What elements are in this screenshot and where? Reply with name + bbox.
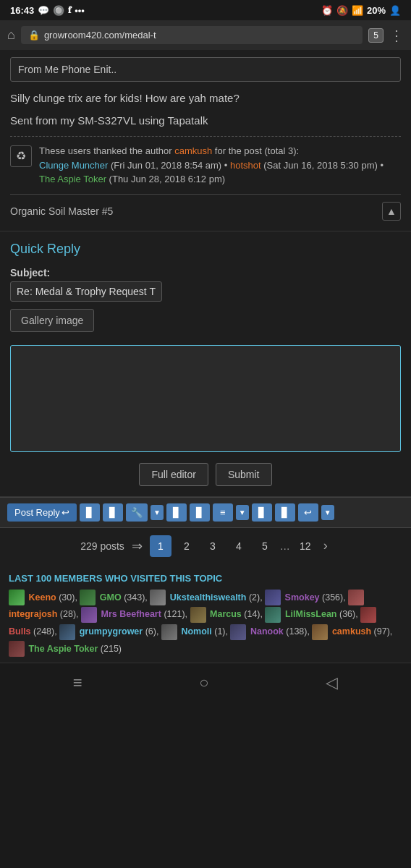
member-count: (356), (322, 592, 348, 603)
page-btn-12[interactable]: 12 (295, 535, 316, 557)
toolbar-btn-1[interactable]: ▊ (80, 503, 100, 522)
member-name[interactable]: Keeno (28, 592, 56, 603)
pagination-row: 229 posts ⇒ 1 2 3 4 5 … 12 › (0, 528, 411, 564)
thanks-user2[interactable]: hotshot (230, 160, 261, 171)
toolbar-wrench[interactable]: 🔧 (126, 503, 148, 522)
toolbar-btn-4[interactable]: ▊ (190, 503, 210, 522)
member-name[interactable]: LilMissLean (285, 609, 337, 619)
dashed-divider (10, 136, 401, 137)
status-right: ⏰ 🔕 📶 20% 👤 (321, 5, 401, 16)
gallery-row: Gallery image (10, 309, 401, 338)
avatar (161, 624, 177, 640)
page-btn-1[interactable]: 1 (150, 535, 171, 557)
avatar (265, 607, 281, 623)
member-name[interactable]: camkush (332, 626, 371, 637)
status-bar: 16:43 💬 🔘 𝐟 ••• ⏰ 🔕 📶 20% 👤 (0, 0, 411, 20)
member-count: (2), (249, 592, 265, 603)
member-name[interactable]: grumpygrower (80, 626, 143, 637)
browser-menu-icon[interactable]: ⋮ (389, 27, 404, 44)
toolbar-undo[interactable]: ↩ (298, 503, 318, 522)
member-count: (248), (33, 626, 59, 637)
thanks-user2-date: (Sat Jun 16, 2018 5:30 pm) • (263, 160, 384, 171)
thanks-suffix: for the post (total 3): (215, 145, 299, 156)
home-icon[interactable]: ⌂ (7, 27, 15, 43)
avatar (80, 590, 96, 605)
avatar (265, 590, 281, 605)
list-item: Nomoli (1), (161, 626, 231, 637)
members-title: Last 100 members who visited this topic (9, 573, 402, 584)
page-next-icon[interactable]: › (321, 537, 331, 555)
page-btn-4[interactable]: 4 (228, 535, 250, 557)
members-section: Last 100 members who visited this topic … (0, 564, 411, 663)
member-name[interactable]: Mrs Beefheart (101, 609, 161, 619)
thanks-user1-date: (Fri Jun 01, 2018 8:54 am) • (111, 160, 227, 171)
nav-back-icon[interactable]: ≡ (73, 673, 82, 692)
textarea-row (10, 345, 401, 454)
toolbar-btn-5[interactable]: ▊ (252, 503, 272, 522)
member-name[interactable]: Bulls (9, 626, 31, 637)
gallery-image-button[interactable]: Gallery image (10, 309, 94, 332)
quick-reply-section: Quick Reply Subject: Gallery image Full … (0, 231, 411, 497)
quoted-text: From Me Phone Enit.. (10, 57, 401, 82)
browser-bar: ⌂ 🔒 growroom420.com/medal-t 5 ⋮ (0, 20, 411, 50)
thanks-user3-date: (Thu Jun 28, 2018 6:12 pm) (109, 174, 225, 184)
more-icon: ••• (75, 5, 85, 16)
recycle-icon: ♻ (10, 145, 32, 167)
members-list: Keeno (30), GMO (343), Ukstealthiswealth… (9, 590, 402, 658)
status-left: 16:43 💬 🔘 𝐟 ••• (10, 4, 85, 16)
post-body-line2: Sent from my SM-S327VL using Tapatalk (10, 113, 401, 129)
scroll-top-button[interactable]: ▲ (382, 202, 401, 221)
list-item: Nanook (138), (230, 626, 312, 637)
member-name[interactable]: GMO (100, 592, 122, 603)
avatar (190, 607, 206, 623)
member-count: (343), (124, 592, 150, 603)
member-name[interactable]: Smokey (285, 592, 320, 603)
member-name[interactable]: Nomoli (181, 626, 211, 637)
page-ellipsis: … (280, 540, 290, 552)
thanks-prefix: These users thanked the author (39, 145, 172, 156)
page-nav-forward-icon[interactable]: ⇒ (129, 537, 145, 556)
thanks-user3[interactable]: The Aspie Toker (39, 174, 106, 184)
page-btn-3[interactable]: 3 (202, 535, 224, 557)
reply-textarea[interactable] (10, 345, 401, 452)
thanks-author[interactable]: camkush (174, 145, 212, 156)
form-actions: Full editor Submit (10, 463, 401, 486)
member-name[interactable]: Nanook (250, 626, 284, 637)
post-reply-label: Post Reply (14, 507, 60, 518)
subject-input[interactable] (10, 281, 162, 302)
thanks-user1[interactable]: Clunge Muncher (39, 160, 108, 171)
url-box[interactable]: 🔒 growroom420.com/medal-t (21, 26, 363, 44)
member-count: (215) (101, 644, 122, 654)
nav-home-icon[interactable]: ○ (199, 673, 208, 692)
posts-count: 229 posts (80, 540, 124, 552)
toolbar-caret-3[interactable]: ▼ (321, 505, 334, 520)
member-count: (6), (145, 626, 161, 637)
member-name[interactable]: integrajosh (9, 609, 57, 619)
member-name[interactable]: The Aspie Toker (28, 644, 98, 654)
bottom-nav-bar: ≡ ○ ◁ (0, 663, 411, 702)
submit-button[interactable]: Submit (216, 463, 272, 486)
page-btn-5[interactable]: 5 (254, 535, 276, 557)
page-btn-2[interactable]: 2 (176, 535, 198, 557)
post-reply-button[interactable]: Post Reply ↩ (7, 503, 77, 522)
thanks-row: ♻ These users thanked the author camkush… (10, 144, 401, 187)
post-reply-toolbar: Post Reply ↩ ▊ ▊ 🔧 ▼ ▊ ▊ ≡ ▼ ▊ ▊ ↩ ▼ (0, 497, 411, 528)
toolbar-caret-2[interactable]: ▼ (236, 505, 249, 520)
toolbar-btn-6[interactable]: ▊ (275, 503, 295, 522)
member-name[interactable]: Ukstealthiswealth (170, 592, 247, 603)
toolbar-list[interactable]: ≡ (213, 503, 233, 522)
facebook-icon: 𝐟 (68, 4, 71, 16)
toolbar-btn-2[interactable]: ▊ (103, 503, 123, 522)
toolbar-btn-3[interactable]: ▊ (166, 503, 187, 522)
wifi-icon: 📶 (352, 5, 363, 16)
avatar (348, 590, 364, 605)
solid-divider (10, 194, 401, 195)
member-name[interactable]: Marcus (210, 609, 242, 619)
toolbar-caret-1[interactable]: ▼ (151, 505, 164, 520)
alarm-icon: ⏰ (321, 5, 333, 16)
nav-recent-icon[interactable]: ◁ (326, 673, 338, 692)
tab-count[interactable]: 5 (368, 28, 384, 43)
member-count: (28), (60, 609, 81, 619)
full-editor-button[interactable]: Full editor (139, 463, 208, 486)
chat-icon: 💬 (38, 5, 49, 16)
